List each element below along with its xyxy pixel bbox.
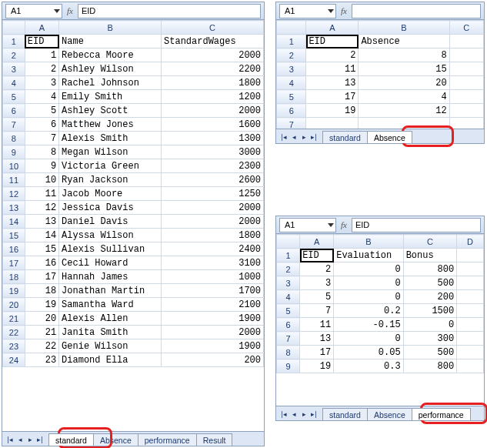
cell[interactable]: 0.2 (334, 304, 403, 318)
column-header[interactable]: B (359, 21, 449, 35)
fx-icon[interactable]: fx (338, 6, 350, 15)
cell[interactable]: 5 (25, 104, 58, 118)
row-header[interactable]: 3 (3, 62, 25, 76)
fx-icon[interactable]: fx (64, 6, 76, 15)
cell[interactable]: 13 (306, 76, 359, 90)
cell[interactable]: Jacob Moore (59, 187, 162, 201)
cell[interactable]: 800 (403, 359, 457, 373)
cell[interactable] (449, 35, 483, 48)
cell[interactable] (306, 118, 359, 129)
row-header[interactable]: 8 (3, 132, 25, 145)
cell[interactable]: Ashley Scott (59, 104, 162, 118)
row-header[interactable]: 16 (3, 242, 25, 256)
cell[interactable] (457, 346, 484, 359)
sheet-nav-button[interactable]: ▸| (309, 409, 319, 420)
cell[interactable]: 1000 (162, 270, 264, 284)
cell[interactable]: 19 (300, 359, 334, 373)
cell[interactable]: Emily Smith (59, 90, 162, 104)
cell[interactable]: 2 (300, 262, 334, 276)
row-header[interactable]: 3 (277, 62, 306, 76)
cell[interactable]: 2000 (162, 326, 264, 339)
cell[interactable] (449, 118, 483, 129)
cell[interactable]: 1800 (162, 229, 264, 242)
cell[interactable]: Victoria Green (59, 159, 162, 173)
row-header[interactable]: 7 (3, 118, 25, 132)
cell[interactable]: 0.05 (334, 346, 403, 359)
row-header[interactable]: 2 (277, 262, 300, 276)
row-header[interactable]: 6 (277, 318, 300, 332)
cell[interactable]: EID (25, 35, 58, 48)
sheet-nav-button[interactable]: |◂ (279, 409, 289, 420)
select-all-corner[interactable] (277, 235, 300, 249)
spreadsheet-grid[interactable]: ABC1EIDNameStandardWages21Rebecca Moore2… (2, 20, 264, 367)
column-header[interactable]: A (25, 21, 58, 35)
cell[interactable]: 1600 (162, 118, 264, 132)
sheet-tab[interactable]: performance (138, 433, 197, 446)
cell[interactable]: 2 (25, 62, 58, 76)
fx-icon[interactable]: fx (338, 220, 350, 229)
name-box[interactable]: A1 (279, 4, 336, 18)
row-header[interactable]: 10 (3, 159, 25, 173)
cell[interactable]: 0.3 (334, 359, 403, 373)
sheet-nav-button[interactable]: ▸ (25, 434, 35, 445)
cell[interactable]: Matthew Jones (59, 118, 162, 132)
row-header[interactable]: 11 (3, 173, 25, 187)
row-header[interactable]: 1 (3, 35, 25, 48)
sheet-nav-button[interactable]: ◂ (289, 132, 299, 142)
chevron-down-icon[interactable] (54, 9, 60, 13)
sheet-nav-button[interactable]: ▸ (299, 132, 309, 142)
cell[interactable]: Daniel Davis (59, 215, 162, 229)
cell[interactable]: Alyssa Wilson (59, 229, 162, 242)
cell[interactable] (457, 249, 484, 262)
cell[interactable]: 2600 (162, 173, 264, 187)
cell[interactable] (449, 76, 483, 90)
cell[interactable]: 2000 (162, 48, 264, 62)
cell[interactable]: 1 (25, 48, 58, 62)
sheet-nav-button[interactable]: ▸| (309, 132, 319, 142)
cell[interactable]: 300 (403, 332, 457, 346)
cell[interactable]: 8 (25, 145, 58, 159)
column-header[interactable]: B (334, 235, 403, 249)
cell[interactable]: 1300 (162, 132, 264, 145)
row-header[interactable]: 17 (3, 256, 25, 270)
cell[interactable]: 2000 (162, 104, 264, 118)
cell[interactable]: 1800 (162, 76, 264, 90)
column-header[interactable]: D (457, 235, 484, 249)
cell[interactable]: 17 (300, 346, 334, 359)
row-header[interactable]: 21 (3, 312, 25, 326)
row-header[interactable]: 2 (277, 48, 306, 62)
cell[interactable] (457, 262, 484, 276)
sheet-nav-button[interactable]: ▸| (35, 434, 45, 445)
cell[interactable]: Hannah James (59, 270, 162, 284)
cell[interactable]: 19 (25, 298, 58, 312)
cell[interactable]: Jessica Davis (59, 201, 162, 215)
cell[interactable]: 11 (300, 318, 334, 332)
cell[interactable]: 800 (403, 262, 457, 276)
name-box[interactable]: A1 (5, 4, 62, 18)
column-header[interactable]: A (300, 235, 334, 249)
cell[interactable]: 17 (25, 270, 58, 284)
spreadsheet-grid[interactable]: ABC1EIDAbsence22831115413205174619127 (276, 20, 484, 129)
cell[interactable]: 200 (162, 353, 264, 367)
cell[interactable]: 2100 (162, 298, 264, 312)
sheet-tab[interactable]: Absence (93, 433, 138, 446)
cell[interactable]: Jonathan Martin (59, 284, 162, 298)
cell[interactable]: 13 (25, 215, 58, 229)
sheet-tab[interactable]: performance (412, 408, 471, 420)
sheet-tab[interactable]: standard (322, 408, 368, 420)
row-header[interactable]: 5 (277, 304, 300, 318)
select-all-corner[interactable] (277, 21, 306, 35)
row-header[interactable]: 14 (3, 215, 25, 229)
chevron-down-icon[interactable] (328, 223, 334, 227)
cell[interactable]: 8 (359, 48, 449, 62)
cell[interactable]: Alexis Allen (59, 312, 162, 326)
cell[interactable]: 13 (300, 332, 334, 346)
cell[interactable]: 2200 (162, 62, 264, 76)
cell[interactable]: 0 (334, 276, 403, 290)
row-header[interactable]: 3 (277, 276, 300, 290)
cell[interactable]: 1700 (162, 284, 264, 298)
cell[interactable]: Absence (359, 35, 449, 48)
cell[interactable]: 11 (306, 62, 359, 76)
cell[interactable]: Alexis Smith (59, 132, 162, 145)
cell[interactable] (449, 104, 483, 118)
